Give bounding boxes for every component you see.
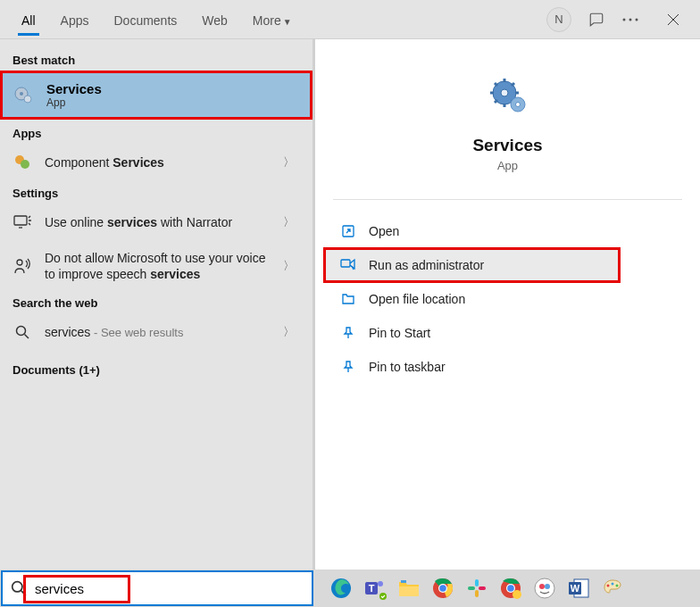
svg-point-9 — [21, 160, 29, 169]
svg-rect-42 — [468, 586, 475, 590]
svg-point-16 — [501, 89, 508, 96]
svg-point-55 — [607, 585, 610, 587]
tray-chrome[interactable] — [429, 574, 457, 603]
svg-point-0 — [623, 18, 626, 21]
folder-icon — [340, 291, 356, 307]
search-icon — [12, 322, 32, 342]
taskbar-tray: T W — [314, 574, 700, 603]
tray-slack[interactable] — [462, 574, 491, 603]
action-label: Pin to Start — [369, 326, 430, 340]
best-match-text: Services App — [46, 81, 102, 109]
app-result-component-services[interactable]: Component Services 〉 — [0, 144, 312, 181]
tray-snagit[interactable] — [530, 574, 559, 603]
tray-explorer[interactable] — [395, 574, 423, 603]
tray-teams[interactable]: T — [361, 574, 389, 603]
svg-point-7 — [24, 96, 31, 103]
action-label: Open — [369, 224, 399, 238]
header-actions: N — [546, 6, 691, 33]
setting-result-label: Do not allow Microsoft to use your voice… — [45, 250, 271, 282]
svg-point-48 — [512, 590, 521, 599]
search-box[interactable] — [1, 570, 313, 606]
tab-more[interactable]: More▼ — [240, 4, 304, 35]
action-open-file-location[interactable]: Open file location — [324, 282, 691, 316]
svg-rect-43 — [475, 590, 479, 597]
best-match-item[interactable]: Services App — [0, 71, 312, 120]
pin-icon — [340, 359, 356, 375]
chevron-right-icon: 〉 — [283, 324, 295, 340]
action-list: Open Run as administrator Open file loca… — [324, 207, 691, 391]
taskbar: T W — [0, 570, 700, 607]
svg-point-35 — [379, 593, 387, 600]
svg-point-34 — [378, 581, 383, 586]
display-icon — [12, 212, 32, 232]
svg-point-57 — [616, 585, 619, 587]
tray-word[interactable]: W — [564, 574, 593, 603]
chevron-right-icon: 〉 — [283, 154, 295, 170]
tab-documents[interactable]: Documents — [101, 4, 189, 35]
tray-chrome-canary[interactable] — [496, 574, 525, 603]
feedback-icon[interactable] — [588, 11, 605, 29]
svg-point-51 — [545, 584, 550, 589]
svg-point-1 — [629, 18, 632, 21]
tray-paint[interactable] — [598, 574, 627, 603]
settings-label: Settings — [0, 181, 312, 204]
gear-icon — [12, 85, 34, 106]
setting-result-narrator[interactable]: Use online services with Narrator 〉 — [0, 204, 312, 241]
chevron-down-icon: ▼ — [283, 17, 292, 27]
preview-title: Services — [472, 136, 542, 155]
start-search-window: All Apps Documents Web More▼ N Best matc… — [0, 0, 700, 607]
svg-point-2 — [636, 18, 638, 21]
setting-result-label: Use online services with Narrator — [45, 214, 271, 230]
tray-edge[interactable] — [327, 574, 355, 603]
action-label: Pin to taskbar — [369, 360, 446, 374]
action-open[interactable]: Open — [324, 214, 691, 248]
header: All Apps Documents Web More▼ N — [0, 0, 700, 39]
svg-point-13 — [17, 327, 26, 336]
action-pin-to-start[interactable]: Pin to Start — [324, 316, 691, 350]
svg-rect-10 — [14, 216, 27, 225]
svg-text:T: T — [369, 583, 375, 594]
svg-line-23 — [495, 100, 497, 103]
svg-point-47 — [507, 585, 514, 592]
svg-rect-41 — [475, 579, 479, 586]
action-label: Open file location — [369, 292, 465, 306]
open-icon — [340, 223, 356, 239]
admin-icon — [340, 257, 356, 273]
best-match-label: Best match — [0, 48, 312, 71]
speech-icon — [12, 256, 32, 276]
web-result-label: services - See web results — [45, 324, 271, 341]
svg-point-49 — [535, 578, 554, 598]
svg-point-26 — [515, 103, 520, 107]
svg-line-24 — [512, 83, 514, 86]
svg-line-21 — [495, 83, 497, 86]
app-result-label: Component Services — [45, 154, 271, 170]
web-label: Search the web — [0, 291, 312, 313]
services-icon — [487, 75, 529, 118]
svg-line-14 — [25, 335, 29, 339]
more-options-icon[interactable] — [621, 11, 639, 29]
svg-point-50 — [539, 584, 545, 589]
setting-result-speech[interactable]: Do not allow Microsoft to use your voice… — [0, 241, 312, 291]
search-input[interactable] — [35, 572, 312, 604]
preview-hero: Services App — [324, 57, 691, 199]
svg-point-56 — [612, 583, 614, 586]
svg-text:W: W — [571, 583, 580, 594]
svg-rect-37 — [401, 580, 406, 583]
filter-tabs: All Apps Documents Web More▼ — [9, 4, 304, 35]
chevron-right-icon: 〉 — [283, 214, 295, 230]
svg-line-30 — [21, 591, 26, 595]
close-button[interactable] — [655, 6, 691, 33]
user-avatar[interactable]: N — [546, 7, 571, 32]
best-match-title: Services — [46, 81, 102, 96]
action-run-as-admin[interactable]: Run as administrator — [324, 248, 620, 282]
tab-apps[interactable]: Apps — [48, 4, 102, 35]
tab-web[interactable]: Web — [189, 4, 240, 35]
tab-all[interactable]: All — [9, 4, 48, 35]
svg-point-40 — [439, 585, 446, 592]
svg-rect-44 — [479, 586, 486, 590]
best-match-sub: App — [46, 96, 102, 109]
action-pin-to-taskbar[interactable]: Pin to taskbar — [324, 350, 691, 384]
results-pane: Best match Services App Apps Component S… — [0, 39, 312, 607]
component-services-icon — [12, 153, 32, 172]
web-result[interactable]: services - See web results 〉 — [0, 313, 312, 351]
